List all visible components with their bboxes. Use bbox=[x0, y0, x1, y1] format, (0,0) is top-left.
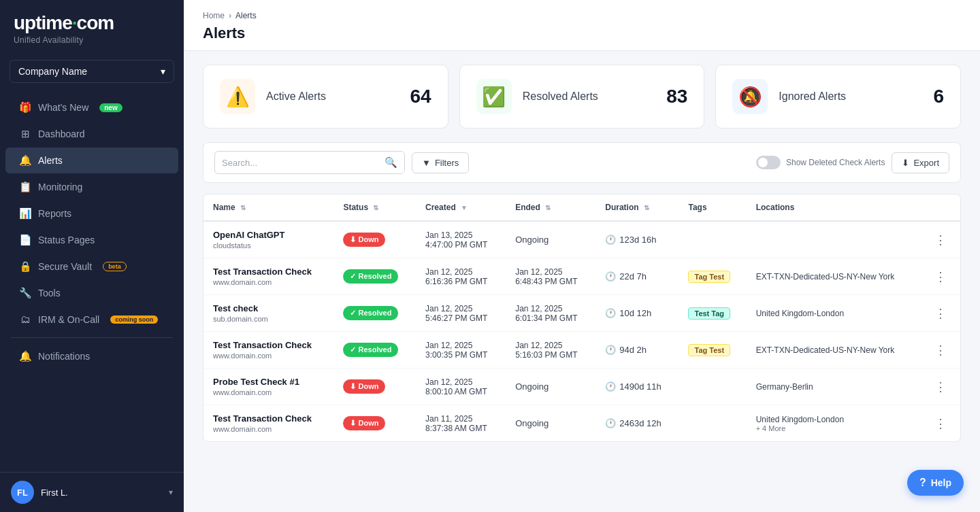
filter-button[interactable]: ▼ Filters bbox=[412, 152, 469, 173]
sidebar-item-label: Tools bbox=[38, 288, 61, 298]
sidebar-item-notifications[interactable]: 🔔 Notifications bbox=[5, 343, 178, 369]
breadcrumb-current: Alerts bbox=[235, 11, 257, 20]
col-status[interactable]: Status ⇅ bbox=[333, 194, 416, 221]
status-badge: ✓ Resolved bbox=[343, 306, 398, 320]
sidebar-item-status-pages[interactable]: 📄 Status Pages bbox=[5, 227, 178, 253]
cell-name: Test checksub.domain.com bbox=[203, 295, 333, 332]
cell-tags bbox=[679, 405, 746, 442]
user-chevron-icon[interactable]: ▾ bbox=[169, 488, 173, 497]
coming-soon-badge: coming soon bbox=[110, 315, 158, 324]
alerts-table: Name ⇅ Status ⇅ Created ▼ Ended ⇅ Durati… bbox=[203, 194, 960, 441]
tools-icon: 🔧 bbox=[19, 287, 31, 299]
export-button[interactable]: ⬇ Export bbox=[892, 152, 949, 173]
ignored-alerts-value: 6 bbox=[933, 86, 944, 107]
sidebar-item-irm-oncall[interactable]: 🗂 IRM & On-Call coming soon bbox=[5, 307, 178, 332]
sidebar-item-label: What's New bbox=[38, 102, 88, 113]
search-button[interactable]: 🔍 bbox=[378, 152, 404, 173]
col-created[interactable]: Created ▼ bbox=[416, 194, 506, 221]
cell-ended: Jan 12, 20256:01:34 PM GMT bbox=[506, 295, 595, 332]
cell-status: ✓ Resolved bbox=[333, 332, 416, 369]
cell-actions: ⋮ bbox=[921, 405, 960, 442]
stat-card-active: ⚠️ Active Alerts 64 bbox=[203, 65, 448, 129]
cell-status: ⬇ Down bbox=[333, 369, 416, 405]
main-content: Home › Alerts Alerts ⚠️ Active Alerts 64… bbox=[184, 0, 980, 512]
stat-card-resolved: ✅ Resolved Alerts 83 bbox=[459, 65, 705, 129]
clock-icon: 🕐 bbox=[605, 381, 616, 392]
sort-icon-ended: ⇅ bbox=[545, 204, 551, 211]
sidebar-item-label: Reports bbox=[38, 208, 71, 219]
beta-badge: beta bbox=[103, 262, 127, 271]
status-badge: ✓ Resolved bbox=[343, 343, 398, 357]
cell-status: ⬇ Down bbox=[333, 221, 416, 258]
cell-status: ⬇ Down bbox=[333, 405, 416, 442]
stats-row: ⚠️ Active Alerts 64 ✅ Resolved Alerts 83… bbox=[203, 65, 961, 129]
sidebar-item-label: Status Pages bbox=[38, 235, 95, 245]
help-icon: ? bbox=[919, 477, 926, 489]
show-deleted-toggle[interactable] bbox=[756, 156, 781, 169]
active-alerts-icon: ⚠️ bbox=[220, 79, 255, 114]
ignored-alerts-icon: 🔕 bbox=[732, 79, 768, 114]
cell-duration: 🕐2463d 12h bbox=[595, 405, 679, 442]
sort-icon-created: ▼ bbox=[461, 204, 468, 211]
gift-icon: 🎁 bbox=[19, 101, 31, 114]
filter-label: Filters bbox=[435, 158, 459, 168]
cell-duration: 🕐22d 7h bbox=[595, 258, 679, 295]
ignored-alerts-label: Ignored Alerts bbox=[779, 90, 922, 103]
search-input[interactable] bbox=[215, 153, 378, 173]
cell-duration: 🕐123d 16h bbox=[595, 221, 679, 258]
user-name: First L. bbox=[41, 488, 68, 498]
sidebar-item-reports[interactable]: 📊 Reports bbox=[5, 201, 178, 226]
user-info[interactable]: FL First L. bbox=[11, 481, 68, 504]
col-name[interactable]: Name ⇅ bbox=[203, 194, 333, 221]
export-label: Export bbox=[913, 158, 939, 168]
cell-locations: EXT-TXN-Dedicated-US-NY-New York bbox=[747, 332, 921, 369]
row-actions-button[interactable]: ⋮ bbox=[930, 305, 951, 322]
sidebar-item-monitoring[interactable]: 📋 Monitoring bbox=[5, 174, 178, 200]
cell-actions: ⋮ bbox=[921, 332, 960, 369]
col-duration[interactable]: Duration ⇅ bbox=[595, 194, 679, 221]
sidebar-item-whats-new[interactable]: 🎁 What's New new bbox=[5, 95, 178, 120]
cell-tags bbox=[679, 221, 746, 258]
breadcrumb-home[interactable]: Home bbox=[203, 11, 225, 20]
sidebar-item-label: Alerts bbox=[38, 155, 63, 166]
tag-pill: Test Tag bbox=[688, 307, 730, 320]
export-icon: ⬇ bbox=[902, 158, 909, 168]
company-selector[interactable]: Company Name ▾ bbox=[10, 60, 174, 83]
col-ended[interactable]: Ended ⇅ bbox=[506, 194, 595, 221]
help-button[interactable]: ? Help bbox=[907, 470, 964, 496]
cell-ended: Ongoing bbox=[506, 369, 595, 405]
table-row: Test Transaction Checkwww.domain.com ✓ R… bbox=[203, 258, 960, 295]
logo-com: com bbox=[77, 12, 114, 33]
cell-created: Jan 12, 20256:16:36 PM GMT bbox=[416, 258, 506, 295]
row-actions-button[interactable]: ⋮ bbox=[930, 415, 951, 432]
filter-icon: ▼ bbox=[422, 158, 431, 168]
cell-status: ✓ Resolved bbox=[333, 258, 416, 295]
cell-status: ✓ Resolved bbox=[333, 295, 416, 332]
row-actions-button[interactable]: ⋮ bbox=[930, 341, 951, 359]
row-actions-button[interactable]: ⋮ bbox=[930, 378, 951, 396]
cell-tags: Tag Test bbox=[679, 258, 746, 295]
sidebar-item-secure-vault[interactable]: 🔒 Secure Vault beta bbox=[5, 254, 178, 279]
dashboard-icon: ⊞ bbox=[19, 128, 31, 140]
sidebar-item-dashboard[interactable]: ⊞ Dashboard bbox=[5, 121, 178, 147]
resolved-alerts-label: Resolved Alerts bbox=[523, 90, 656, 103]
row-actions-button[interactable]: ⋮ bbox=[930, 231, 951, 249]
new-badge: new bbox=[99, 103, 122, 112]
sidebar-item-tools[interactable]: 🔧 Tools bbox=[5, 280, 178, 306]
cell-created: Jan 12, 20255:46:27 PM GMT bbox=[416, 295, 506, 332]
table-row: Test Transaction Checkwww.domain.com ⬇ D… bbox=[203, 405, 960, 442]
row-actions-button[interactable]: ⋮ bbox=[930, 268, 951, 286]
tag-pill: Tag Test bbox=[688, 344, 730, 356]
clock-icon: 🕐 bbox=[605, 308, 616, 318]
tag-pill: Tag Test bbox=[688, 271, 730, 283]
sidebar-divider bbox=[11, 337, 173, 338]
cell-created: Jan 12, 20253:00:35 PM GMT bbox=[416, 332, 506, 369]
cell-tags: Test Tag bbox=[679, 295, 746, 332]
sidebar-item-alerts[interactable]: 🔔 Alerts bbox=[5, 148, 178, 173]
sidebar-item-label: Dashboard bbox=[38, 129, 85, 139]
cell-name: OpenAI ChatGPTcloudstatus bbox=[203, 221, 333, 258]
clock-icon: 🕐 bbox=[605, 418, 616, 428]
cell-name: Test Transaction Checkwww.domain.com bbox=[203, 258, 333, 295]
cell-tags bbox=[679, 369, 746, 405]
clock-icon: 🕐 bbox=[605, 345, 616, 355]
